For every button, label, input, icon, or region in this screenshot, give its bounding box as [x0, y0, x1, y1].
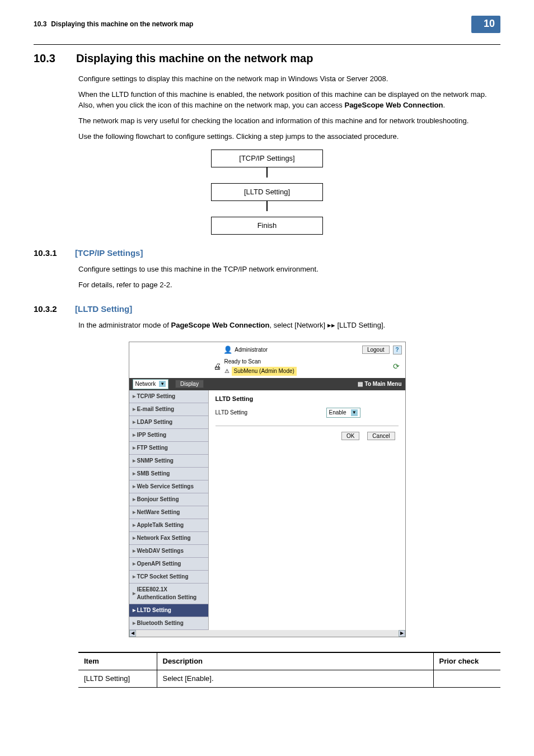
flow-step-finish: Finish	[211, 217, 323, 235]
header-chapter-chip: 10	[471, 16, 500, 33]
scroll-right-icon[interactable]: ▶	[399, 630, 405, 637]
flow-connector	[266, 167, 268, 178]
field-label-lltd: LLTD Setting	[216, 409, 322, 417]
subheading-tcpip: 10.3.1 [TCP/IP Settings]	[34, 247, 500, 259]
sidebar-item-lltd[interactable]: ▶LLTD Setting	[129, 604, 208, 617]
td-priorcheck	[433, 670, 500, 687]
intro-p4: Use the following flowchart to configure…	[78, 132, 500, 142]
category-select[interactable]: Network ▼	[133, 379, 169, 389]
sidebar-item-ftp[interactable]: ▶FTP Setting	[129, 442, 208, 455]
sub1-p2: For details, refer to page 2-2.	[78, 280, 500, 290]
flow-step-tcpip[interactable]: [TCP/IP Settings]	[211, 150, 323, 167]
table-row: [LLTD Setting] Select [Enable].	[78, 670, 500, 687]
sidebar-item-appletalk[interactable]: ▶AppleTalk Setting	[129, 519, 208, 532]
divider	[216, 426, 399, 426]
screenshot-panel: 👤 Administrator Logout ? 🖨 Ready to Scan…	[129, 342, 406, 637]
sidebar-item-netware[interactable]: ▶NetWare Setting	[129, 506, 208, 519]
content-title: LLTD Setting	[216, 395, 399, 403]
td-description: Select [Enable].	[157, 670, 433, 687]
horizontal-scrollbar[interactable]: ◀ ▶	[129, 630, 405, 637]
menu-icon: ▤	[358, 380, 363, 388]
intro-p3: The network map is very useful for check…	[78, 116, 500, 126]
chevron-down-icon: ▼	[351, 409, 358, 416]
display-button[interactable]: Display	[175, 380, 204, 388]
th-description: Description	[157, 652, 433, 670]
flowchart: [TCP/IP Settings] [LLTD Setting] Finish	[34, 150, 500, 235]
status-submenu: SubMenu (Admin Mode)	[232, 367, 297, 376]
flow-step-lltd[interactable]: [LLTD Setting]	[211, 183, 323, 201]
help-icon[interactable]: ?	[393, 346, 402, 354]
sidebar-item-webservice[interactable]: ▶Web Service Settings	[129, 480, 208, 493]
th-item: Item	[78, 652, 157, 670]
warning-icon: ⚠	[224, 367, 229, 375]
header-divider	[34, 44, 500, 45]
sidebar-item-networkfax[interactable]: ▶Network Fax Setting	[129, 532, 208, 545]
sidebar-item-tcpsocket[interactable]: ▶TCP Socket Setting	[129, 571, 208, 584]
main-heading-number: 10.3	[34, 50, 62, 66]
sidebar-item-tcpip[interactable]: ▶TCP/IP Setting	[129, 390, 208, 403]
admin-label: Administrator	[235, 346, 268, 354]
flow-connector	[266, 201, 268, 211]
sidebar-item-email[interactable]: ▶E-mail Setting	[129, 403, 208, 416]
main-heading: 10.3 Displaying this machine on the netw…	[34, 50, 500, 66]
sidebar-item-webdav[interactable]: ▶WebDAV Settings	[129, 545, 208, 558]
scroll-left-icon[interactable]: ◀	[129, 630, 136, 637]
main-heading-text: Displaying this machine on the network m…	[76, 50, 313, 66]
cancel-button[interactable]: Cancel	[367, 432, 395, 440]
sidebar-item-ldap[interactable]: ▶LDAP Setting	[129, 416, 208, 429]
th-priorcheck: Prior check	[433, 652, 500, 670]
lltd-setting-dropdown[interactable]: Enable ▼	[326, 408, 360, 418]
logout-button[interactable]: Logout	[362, 346, 390, 354]
chevron-down-icon: ▼	[159, 381, 166, 387]
admin-icon: 👤	[223, 346, 232, 354]
sidebar-item-smb[interactable]: ▶SMB Setting	[129, 468, 208, 480]
subheading-lltd: 10.3.2 [LLTD Setting]	[34, 303, 500, 315]
sub1-p1: Configure settings to use this machine i…	[78, 264, 500, 274]
page-header: 10.3 Displaying this machine on the netw…	[34, 16, 500, 33]
intro-p1: Configure settings to display this machi…	[78, 74, 500, 84]
header-section-number: 10.3	[34, 20, 46, 29]
sidebar-item-bonjour[interactable]: ▶Bonjour Setting	[129, 493, 208, 506]
sub2-p1: In the administrator mode of PageScope W…	[78, 320, 500, 330]
printer-icon: 🖨	[213, 361, 221, 372]
content-panel: LLTD Setting LLTD Setting Enable ▼ OK Ca…	[209, 390, 405, 630]
intro-p2: When the LLTD function of this machine i…	[78, 90, 500, 110]
sidebar-item-ieee8021x[interactable]: ▶IEEE802.1X Authentication Setting	[129, 584, 208, 604]
sidebar: ▶TCP/IP Setting ▶E-mail Setting ▶LDAP Se…	[129, 390, 209, 630]
sidebar-item-openapi[interactable]: ▶OpenAPI Setting	[129, 558, 208, 571]
refresh-icon[interactable]: ⟳	[393, 361, 400, 372]
header-section-title: Displaying this machine on the network m…	[51, 20, 467, 29]
sidebar-item-bluetooth[interactable]: ▶Bluetooth Setting	[129, 617, 208, 630]
sidebar-item-ipp[interactable]: ▶IPP Setting	[129, 429, 208, 442]
menubar: Network ▼ Display ▤ To Main Menu	[129, 378, 405, 390]
sidebar-item-snmp[interactable]: ▶SNMP Setting	[129, 455, 208, 468]
status-ready: Ready to Scan	[224, 358, 390, 366]
description-table: Item Description Prior check [LLTD Setti…	[78, 652, 500, 688]
td-item: [LLTD Setting]	[78, 670, 157, 687]
ok-button[interactable]: OK	[341, 432, 359, 440]
to-main-menu-link[interactable]: ▤ To Main Menu	[358, 380, 402, 388]
